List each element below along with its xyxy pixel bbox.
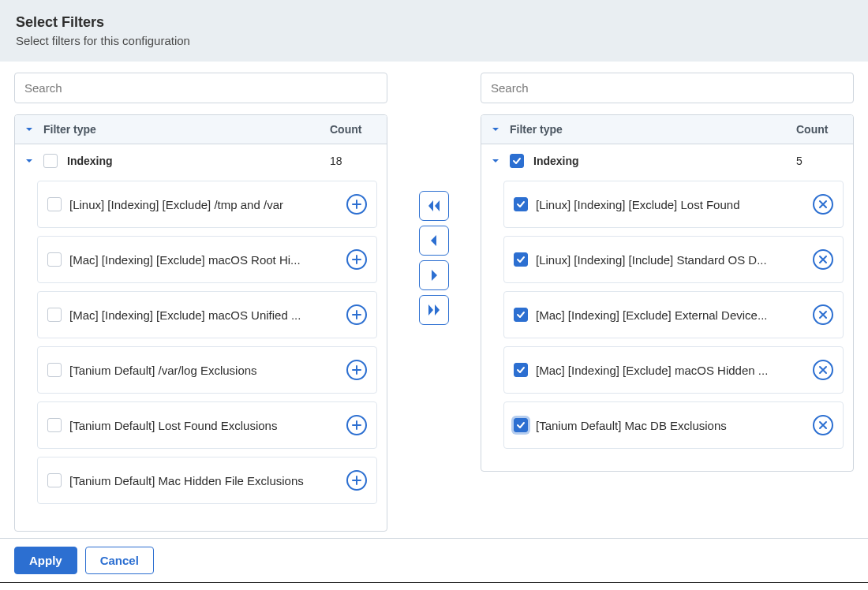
column-filter-type: Filter type <box>43 123 320 136</box>
item-label: [Tanium Default] Mac DB Exclusions <box>536 419 805 432</box>
item-checkbox[interactable] <box>47 197 62 211</box>
dialog-title: Select Filters <box>16 14 852 31</box>
list-item: [Tanium Default] Mac Hidden File Exclusi… <box>37 457 377 504</box>
move-left-button[interactable] <box>419 226 449 256</box>
chevron-down-icon[interactable] <box>491 156 500 166</box>
column-filter-type: Filter type <box>510 123 787 136</box>
item-label: [Mac] [Indexing] [Exclude] External Devi… <box>536 308 805 322</box>
remove-circle-icon[interactable] <box>813 360 833 380</box>
item-label: [Mac] [Indexing] [Exclude] macOS Unified… <box>69 308 339 322</box>
available-items: [Linux] [Indexing] [Exclude] /tmp and /v… <box>15 177 387 531</box>
add-circle-icon[interactable] <box>346 360 367 380</box>
available-group-row[interactable]: Indexing 18 <box>15 144 387 177</box>
item-checkbox[interactable] <box>47 308 62 322</box>
chevron-down-icon[interactable] <box>491 125 500 134</box>
list-item: [Tanium Default] /var/log Exclusions <box>37 346 377 394</box>
item-label: [Tanium Default] /var/log Exclusions <box>69 364 339 377</box>
item-checkbox[interactable] <box>514 363 528 377</box>
selected-search-input[interactable] <box>481 73 854 103</box>
group-checkbox[interactable] <box>43 154 58 168</box>
move-all-right-button[interactable] <box>419 295 449 325</box>
list-item: [Linux] [Indexing] [Include] Standard OS… <box>503 236 844 283</box>
dialog-footer: Apply Cancel <box>0 538 868 583</box>
add-circle-icon[interactable] <box>346 470 367 491</box>
item-label: [Mac] [Indexing] [Exclude] macOS Root Hi… <box>69 253 339 267</box>
apply-button[interactable]: Apply <box>14 547 77 574</box>
group-name: Indexing <box>533 155 787 167</box>
selected-items: [Linux] [Indexing] [Exclude] Lost Found[… <box>481 177 853 471</box>
item-checkbox[interactable] <box>514 418 528 432</box>
add-circle-icon[interactable] <box>346 304 367 325</box>
remove-circle-icon[interactable] <box>813 415 833 435</box>
group-name: Indexing <box>67 155 320 167</box>
dialog-subtitle: Select filters for this configuration <box>16 34 852 47</box>
list-item: [Tanium Default] Mac DB Exclusions <box>503 401 844 449</box>
item-checkbox[interactable] <box>47 363 62 377</box>
available-filters-panel: Filter type Count Indexing 18 [Linux] [I… <box>14 73 387 532</box>
item-checkbox[interactable] <box>514 308 528 322</box>
available-list-header: Filter type Count <box>15 115 387 144</box>
remove-circle-icon[interactable] <box>813 249 833 270</box>
chevron-down-icon[interactable] <box>24 156 34 166</box>
remove-circle-icon[interactable] <box>813 304 833 325</box>
item-label: [Tanium Default] Lost Found Exclusions <box>69 419 339 432</box>
move-all-left-button[interactable] <box>419 191 449 221</box>
item-checkbox[interactable] <box>514 252 528 267</box>
list-item: [Tanium Default] Lost Found Exclusions <box>37 401 377 449</box>
selected-filters-panel: Filter type Count Indexing 5 [Linux] [In… <box>481 73 854 472</box>
list-item: [Mac] [Indexing] [Exclude] macOS Hidden … <box>503 346 844 394</box>
item-checkbox[interactable] <box>47 418 62 432</box>
move-right-button[interactable] <box>419 260 449 290</box>
item-checkbox[interactable] <box>47 473 62 487</box>
item-label: [Linux] [Indexing] [Exclude] Lost Found <box>536 198 805 211</box>
list-item: [Mac] [Indexing] [Exclude] macOS Root Hi… <box>37 236 377 283</box>
group-checkbox[interactable] <box>510 154 524 168</box>
column-count: Count <box>330 123 377 136</box>
item-checkbox[interactable] <box>514 197 528 211</box>
chevron-down-icon[interactable] <box>24 125 34 134</box>
dialog-body: Filter type Count Indexing 18 [Linux] [I… <box>0 62 868 536</box>
group-count: 5 <box>796 155 844 167</box>
item-label: [Tanium Default] Mac Hidden File Exclusi… <box>69 474 339 487</box>
transfer-controls <box>387 191 481 325</box>
dialog-header: Select Filters Select filters for this c… <box>0 0 868 62</box>
list-item: [Mac] [Indexing] [Exclude] macOS Unified… <box>37 291 377 338</box>
available-search-input[interactable] <box>14 73 387 103</box>
add-circle-icon[interactable] <box>346 249 367 270</box>
remove-circle-icon[interactable] <box>813 194 833 215</box>
list-item: [Linux] [Indexing] [Exclude] /tmp and /v… <box>37 181 377 228</box>
add-circle-icon[interactable] <box>346 415 367 435</box>
selected-group-row[interactable]: Indexing 5 <box>481 144 853 177</box>
cancel-button[interactable]: Cancel <box>85 547 154 574</box>
column-count: Count <box>796 123 844 136</box>
item-label: [Linux] [Indexing] [Exclude] /tmp and /v… <box>69 198 339 211</box>
list-item: [Mac] [Indexing] [Exclude] External Devi… <box>503 291 844 338</box>
item-label: [Linux] [Indexing] [Include] Standard OS… <box>536 253 805 267</box>
selected-list-header: Filter type Count <box>481 115 853 144</box>
item-checkbox[interactable] <box>47 252 62 267</box>
add-circle-icon[interactable] <box>346 194 367 215</box>
list-item: [Linux] [Indexing] [Exclude] Lost Found <box>503 181 844 228</box>
item-label: [Mac] [Indexing] [Exclude] macOS Hidden … <box>536 364 805 377</box>
selected-listbox: Filter type Count Indexing 5 [Linux] [In… <box>481 114 854 472</box>
available-listbox: Filter type Count Indexing 18 [Linux] [I… <box>14 114 387 532</box>
group-count: 18 <box>330 155 377 167</box>
